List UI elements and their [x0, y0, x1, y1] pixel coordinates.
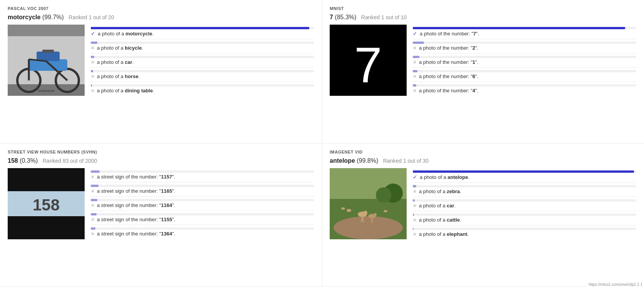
bar-row — [413, 27, 636, 29]
result-item: ✕ a street sign of the number: "1155". — [91, 211, 314, 225]
result-text: a photo of a dining table. — [97, 88, 154, 93]
result-text: a photo of the number: "4". — [419, 88, 479, 93]
result-bold: 4 — [472, 88, 475, 93]
label-row: ✕ a street sign of the number: "1165". — [91, 188, 314, 194]
bar-fill — [91, 70, 93, 72]
bar-track — [91, 42, 314, 44]
result-bold: car — [125, 59, 132, 65]
x-icon: ✕ — [413, 217, 417, 223]
bar-track — [413, 84, 636, 87]
bar-track — [413, 27, 636, 29]
bar-row — [91, 199, 314, 201]
bar-fill — [91, 170, 100, 173]
bar-row — [91, 185, 314, 187]
label-row: ✕ a photo of the number: "6". — [413, 73, 636, 79]
imagenet-vid-label: antelope — [330, 157, 355, 164]
bar-row — [91, 42, 314, 44]
result-text: a photo of a zebra. — [419, 189, 461, 194]
bar-fill — [91, 213, 97, 215]
label-row: ✕ a photo of a car. — [91, 59, 314, 65]
mnist-prediction: 7 (85.3%) Ranked 1 out of 10 — [330, 14, 636, 21]
result-bold: 1 — [472, 59, 475, 65]
pascal-voc-title: PASCAL VOC 2007 — [8, 6, 314, 11]
bar-fill — [91, 199, 97, 201]
bar-row — [91, 213, 314, 215]
label-row: ✕ a photo of a cattle. — [413, 217, 636, 223]
x-icon: ✕ — [413, 189, 417, 194]
label-row: ✕ a street sign of the number: "1164". — [91, 202, 314, 208]
svg-point-22 — [376, 187, 391, 203]
bar-fill — [91, 227, 95, 230]
result-item: ✓ a photo of a motorcycle. — [91, 25, 314, 39]
result-bold: elephant — [447, 231, 467, 237]
result-bold: cattle — [447, 217, 460, 223]
bar-row — [91, 56, 314, 58]
result-text: a photo of a car. — [97, 59, 133, 65]
label-row: ✕ a street sign of the number: "1155". — [91, 217, 314, 222]
x-icon: ✕ — [91, 203, 95, 208]
bar-row — [91, 84, 314, 87]
result-item: ✕ a street sign of the number: "1157". — [91, 168, 314, 182]
antelope-image — [330, 168, 407, 239]
check-icon: ✓ — [413, 174, 417, 180]
result-text: a photo of the number: "2". — [419, 45, 479, 51]
bar-fill — [413, 170, 634, 173]
bar-fill — [91, 56, 94, 58]
bar-row — [413, 228, 636, 230]
result-text: a photo of a motorcycle. — [98, 31, 153, 37]
result-bold: 1155 — [161, 217, 172, 222]
bar-track — [91, 213, 314, 215]
result-bold: 1364 — [161, 231, 172, 237]
x-icon: ✕ — [413, 45, 417, 51]
result-text: a street sign of the number: "1364". — [97, 231, 175, 237]
result-item: ✕ a street sign of the number: "1364". — [91, 225, 314, 239]
bar-track — [413, 42, 636, 44]
result-item: ✕ a street sign of the number: "1165". — [91, 182, 314, 197]
x-icon: ✕ — [91, 88, 95, 93]
check-icon: ✓ — [91, 30, 95, 37]
bar-row — [413, 56, 636, 58]
x-icon: ✕ — [91, 217, 95, 222]
result-bold: car — [447, 203, 454, 209]
bar-row — [413, 170, 636, 173]
mnist-score: (85.3%) — [335, 14, 356, 20]
result-item: ✕ a photo of a dining table. — [91, 82, 314, 96]
bar-fill — [413, 84, 416, 87]
bar-track — [91, 84, 314, 87]
svhn-image: 158 — [8, 168, 85, 239]
svg-text:158: 158 — [33, 196, 60, 214]
label-row: ✕ a street sign of the number: "1364". — [91, 231, 314, 237]
result-text: a photo of a antelope. — [420, 174, 469, 180]
bar-fill — [413, 70, 417, 72]
bar-fill — [91, 84, 92, 87]
svg-point-20 — [334, 216, 403, 239]
mnist-title: MNIST — [330, 6, 636, 11]
mnist-content: 7 ✓ a photo of the number: "7". — [330, 25, 636, 96]
svg-point-26 — [364, 211, 367, 215]
result-bold: 7 — [473, 31, 476, 37]
svhn-results: ✕ a street sign of the number: "1157". ✕… — [91, 168, 314, 239]
bar-row — [413, 185, 636, 187]
url-bar: https://mlco2.ccm/ume/clip1 1 1 — [587, 282, 644, 287]
result-item: ✕ a street sign of the number: "1164". — [91, 197, 314, 211]
imagenet-vid-results: ✓ a photo of a antelope. ✕ a photo of a … — [413, 168, 636, 239]
x-icon: ✕ — [91, 174, 95, 180]
svhn-prediction: 158 (0.3%) Ranked 83 out of 2000 — [8, 157, 314, 164]
bar-row — [91, 70, 314, 72]
result-text: a photo of the number: "7". — [420, 31, 479, 37]
check-icon: ✓ — [413, 30, 417, 37]
result-text: a photo of a cattle. — [419, 217, 461, 223]
pascal-voc-panel: PASCAL VOC 2007 motorcycle (99.7%) Ranke… — [0, 0, 322, 144]
mnist-panel: MNIST 7 (85.3%) Ranked 1 out of 10 7 — [322, 0, 644, 144]
svg-rect-17 — [8, 216, 85, 239]
result-bold: 6 — [472, 73, 475, 79]
svg-rect-10 — [42, 50, 54, 53]
imagenet-vid-title: IMAGENET VID — [330, 150, 636, 154]
result-item: ✕ a photo of a bicycle. — [91, 39, 314, 53]
svg-point-32 — [341, 207, 345, 210]
bar-row — [413, 70, 636, 72]
result-text: a street sign of the number: "1165". — [97, 188, 175, 194]
mnist-results: ✓ a photo of the number: "7". ✕ a photo … — [413, 25, 636, 96]
label-row: ✓ a photo of a antelope. — [413, 174, 636, 180]
bar-track — [91, 185, 314, 187]
